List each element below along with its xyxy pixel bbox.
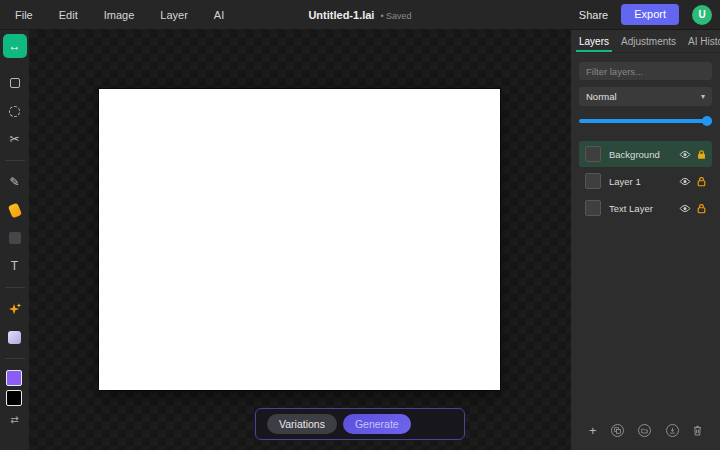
eraser-icon — [7, 202, 21, 218]
visibility-eye-icon[interactable] — [679, 150, 691, 159]
layer-thumbnail — [585, 200, 601, 216]
toolbar-divider — [5, 358, 25, 359]
top-menubar: File Edit Image Layer AI Untitled-1.lai … — [0, 0, 720, 30]
color-swatches — [5, 370, 25, 408]
ellipse-select-tool-button[interactable] — [3, 99, 27, 123]
ai-generate-bar: Variations Generate — [255, 408, 465, 440]
lock-closed-icon[interactable] — [697, 149, 706, 160]
toolbar-divider — [5, 287, 25, 288]
layers-panel-body: Normal ▾ Background — [571, 53, 720, 450]
layer-thumbnail — [585, 173, 601, 189]
layer-thumbnail — [585, 146, 601, 162]
tab-adjustments[interactable]: Adjustments — [615, 30, 682, 52]
layer-row-background[interactable]: Background — [579, 141, 712, 167]
filled-square-icon — [9, 232, 21, 244]
text-tool-button[interactable]: T — [3, 254, 27, 278]
toolbar-divider — [5, 160, 25, 161]
save-status: • Saved — [380, 11, 411, 21]
delete-layer-button[interactable] — [693, 425, 702, 436]
merge-layers-button[interactable] — [666, 424, 679, 437]
foreground-color-swatch[interactable] — [6, 370, 22, 386]
background-color-swatch[interactable] — [6, 390, 22, 406]
panel-tabs: Layers Adjustments AI History — [571, 30, 720, 53]
eraser-tool-button[interactable] — [3, 198, 27, 222]
cut-tool-button[interactable]: ✂ — [3, 127, 27, 151]
swap-colors-button[interactable]: ⇄ — [10, 414, 18, 425]
pen-tool-button[interactable]: ✎ — [3, 170, 27, 194]
chevron-down-icon: ▾ — [701, 92, 705, 101]
move-tool-button[interactable]: ↔ — [3, 34, 27, 58]
opacity-slider-handle[interactable] — [702, 116, 712, 126]
menu-list: File Edit Image Layer AI — [0, 9, 224, 21]
generate-button[interactable]: Generate — [343, 414, 411, 435]
document-title: Untitled-1.lai — [308, 9, 374, 21]
layer-actions-bar: + — [579, 420, 712, 446]
menu-ai[interactable]: AI — [214, 9, 224, 21]
menu-file[interactable]: File — [15, 9, 33, 21]
text-tool-icon: T — [11, 260, 18, 272]
sparkles-icon — [7, 302, 22, 317]
menu-edit[interactable]: Edit — [59, 9, 78, 21]
layer-row-text-layer[interactable]: Text Layer — [579, 195, 712, 221]
visibility-eye-icon[interactable] — [679, 177, 691, 186]
blend-mode-value: Normal — [586, 91, 617, 102]
gradient-tool-button[interactable] — [3, 325, 27, 349]
shape-tool-button[interactable] — [3, 226, 27, 250]
scissors-icon: ✂ — [9, 133, 19, 145]
user-avatar[interactable]: U — [692, 5, 712, 25]
pen-icon: ✎ — [9, 176, 19, 188]
menu-image[interactable]: Image — [104, 9, 135, 21]
opacity-slider[interactable] — [579, 116, 712, 126]
rect-select-tool-button[interactable] — [3, 71, 27, 95]
lock-open-icon[interactable] — [697, 176, 706, 187]
menu-layer[interactable]: Layer — [160, 9, 188, 21]
document-canvas[interactable] — [99, 89, 500, 390]
app-window: File Edit Image Layer AI Untitled-1.lai … — [0, 0, 720, 450]
blend-mode-select[interactable]: Normal ▾ — [579, 87, 712, 106]
layers-list: Background Layer 1 — [579, 141, 712, 221]
dashed-circle-icon — [9, 106, 20, 117]
move-icon: ↔ — [9, 40, 21, 52]
lock-open-icon[interactable] — [697, 203, 706, 214]
variations-button[interactable]: Variations — [267, 414, 337, 435]
marquee-icon — [10, 78, 20, 88]
share-button[interactable]: Share — [579, 9, 608, 21]
filter-layers-input[interactable] — [579, 62, 712, 80]
layer-row-layer-1[interactable]: Layer 1 — [579, 168, 712, 194]
layer-name: Text Layer — [609, 203, 671, 214]
export-button[interactable]: Export — [621, 4, 679, 25]
swap-colors-icon: ⇄ — [10, 414, 18, 425]
add-layer-button[interactable]: + — [589, 424, 597, 437]
workspace-area[interactable]: Variations Generate — [30, 30, 570, 450]
layer-name: Background — [609, 149, 671, 160]
document-title-area: Untitled-1.lai • Saved — [308, 9, 411, 21]
visibility-eye-icon[interactable] — [679, 204, 691, 213]
duplicate-layer-button[interactable] — [611, 424, 624, 437]
tab-ai-history[interactable]: AI History — [682, 30, 720, 52]
tool-sidebar: ↔ ✂ ✎ T — [0, 30, 30, 450]
topbar-actions: Share Export U — [579, 4, 720, 25]
group-layers-button[interactable] — [638, 424, 651, 437]
opacity-slider-track[interactable] — [579, 119, 712, 123]
layer-name: Layer 1 — [609, 176, 671, 187]
tab-layers[interactable]: Layers — [573, 30, 615, 52]
gradient-square-icon — [8, 331, 21, 344]
right-panel: Layers Adjustments AI History Normal ▾ — [570, 30, 720, 450]
ai-generate-tool-button[interactable] — [3, 297, 27, 321]
